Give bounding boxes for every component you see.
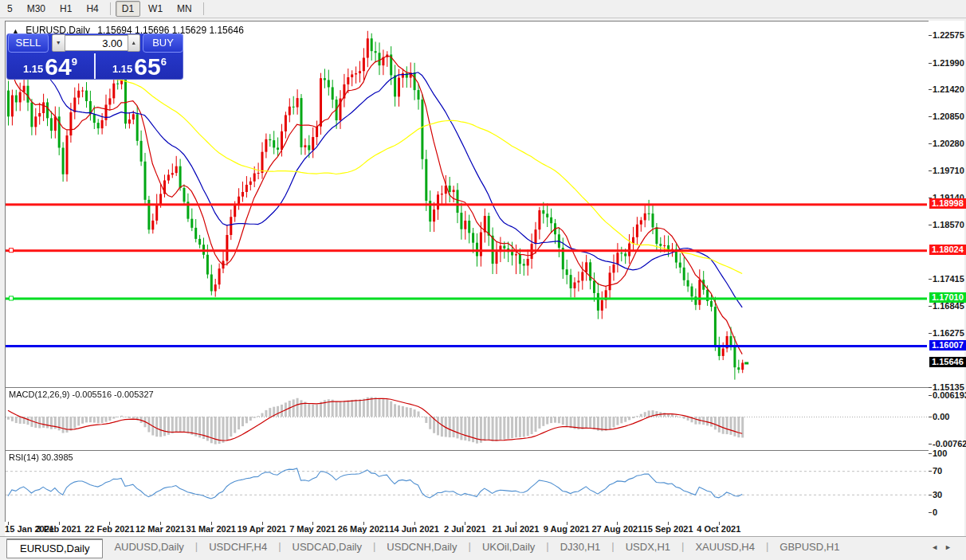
sell-button[interactable]: SELL xyxy=(8,33,49,53)
chart-tab-EURUSD[interactable]: EURUSD,Daily xyxy=(6,538,103,558)
date-axis-label: 22 Feb 2021 xyxy=(81,524,137,534)
rsi-indicator-pane: RSI(14) 30.3985 xyxy=(5,450,929,523)
tab-scroll-right-icon: ► xyxy=(944,543,958,551)
macd-axis-label: -0.007621 xyxy=(933,439,966,448)
price-axis: 1.225751.219901.214201.208501.202801.197… xyxy=(929,21,964,522)
rsi-axis-label: 0 xyxy=(933,507,937,517)
axis-tick xyxy=(929,63,932,64)
timeframe-button-W1[interactable]: W1 xyxy=(142,2,169,16)
macd-indicator-pane: MACD(12,26,9) -0.005516 -0.005327 xyxy=(5,387,929,451)
axis-tick xyxy=(929,395,932,396)
date-axis-label: 27 Aug 2021 xyxy=(589,524,645,534)
axis-tick xyxy=(929,170,932,171)
lot-size-input[interactable] xyxy=(65,35,128,51)
macd-label: MACD(12,26,9) -0.005516 -0.005327 xyxy=(9,390,154,399)
axis-tick xyxy=(929,495,932,495)
date-axis: 15 Jan 20213 Feb 202122 Feb 202112 Mar 2… xyxy=(5,522,964,536)
date-axis-label: 4 Oct 2021 xyxy=(691,524,747,534)
price-axis-label: 1.16275 xyxy=(933,328,964,338)
buy-button[interactable]: BUY xyxy=(143,33,183,53)
date-axis-label: 26 May 2021 xyxy=(336,524,391,534)
price-axis-label: 1.21990 xyxy=(933,58,964,68)
current-price-badge: 1.15646 xyxy=(929,357,966,367)
sell-price-prefix: 1.15 xyxy=(23,61,43,77)
toolbar-separator xyxy=(203,2,204,15)
price-level-badge: 1.18998 xyxy=(929,198,966,209)
lot-increase-button[interactable]: ▲ xyxy=(128,34,141,52)
tab-scroll-arrows[interactable]: ◄► xyxy=(931,543,958,551)
price-axis-label: 1.20280 xyxy=(933,139,964,148)
chart-tab-USDCNH[interactable]: USDCNH,Daily xyxy=(375,538,468,556)
axis-tick xyxy=(929,512,932,513)
axis-tick xyxy=(929,225,932,225)
one-click-trading-panel: SELL ▼ ▲ BUY 1.15 64 9 1.15 65 6 xyxy=(6,33,183,80)
buy-price-prefix: 1.15 xyxy=(112,61,132,77)
rsi-value: 30.3985 xyxy=(39,452,73,462)
date-axis-label: 31 Mar 2021 xyxy=(183,524,239,534)
chart-tab-USDX[interactable]: USDX,H1 xyxy=(615,538,681,556)
macd-axis-label: 0.00 xyxy=(933,412,949,421)
rsi-canvas[interactable] xyxy=(6,451,927,520)
sell-price-big: 64 xyxy=(45,57,71,77)
chart-tab-GBPUSD[interactable]: GBPUSD,H1 xyxy=(768,538,850,556)
timeframe-toolbar: 5M30H1H4D1W1MN xyxy=(0,0,966,18)
axis-tick xyxy=(929,143,932,144)
timeframe-button-MN[interactable]: MN xyxy=(171,2,198,16)
date-axis-label: 12 Mar 2021 xyxy=(132,524,188,534)
price-axis-label: 1.19710 xyxy=(933,166,964,175)
lot-decrease-button[interactable]: ▼ xyxy=(52,34,65,52)
timeframe-button-H4[interactable]: H4 xyxy=(80,2,104,16)
axis-tick xyxy=(929,453,932,454)
date-axis-label: 21 Jul 2021 xyxy=(488,524,544,534)
date-axis-label: 15 Sep 2021 xyxy=(640,524,696,534)
price-chart-pane: ▲ EURUSD,Daily 1.15694 1.15696 1.15629 1… xyxy=(5,21,929,388)
axis-tick xyxy=(929,387,932,388)
price-axis-label: 1.20850 xyxy=(933,112,964,121)
timeframe-button-5[interactable]: 5 xyxy=(1,2,19,16)
price-level-badge: 1.16007 xyxy=(929,340,966,350)
date-axis-label: 2 Jul 2021 xyxy=(437,524,493,534)
chart-tab-USDCAD[interactable]: USDCAD,Daily xyxy=(281,538,373,556)
timeframe-button-D1[interactable]: D1 xyxy=(116,1,140,17)
price-level-badge: 1.17010 xyxy=(929,292,966,303)
axis-tick xyxy=(929,417,932,417)
macd-values: -0.005516 -0.005327 xyxy=(69,390,153,399)
rsi-axis-label: 30 xyxy=(933,490,942,499)
chart-tab-DJ30[interactable]: DJ30,H1 xyxy=(549,538,612,556)
axis-tick xyxy=(929,471,932,472)
chart-tab-XAUUSD[interactable]: XAUUSD,H4 xyxy=(684,538,765,556)
date-axis-label: 3 Feb 2021 xyxy=(31,524,87,534)
sell-price-display[interactable]: 1.15 64 9 xyxy=(6,53,94,80)
rsi-axis-label: 100 xyxy=(933,448,947,458)
date-axis-label: 9 Aug 2021 xyxy=(539,524,595,534)
axis-tick xyxy=(929,35,932,36)
date-axis-label: 19 Apr 2021 xyxy=(234,524,290,534)
chart-tabs-bar: EURUSD,DailyAUDUSD,Daily|USDCHF,H4|USDCA… xyxy=(0,536,966,560)
chart-tab-UKOil[interactable]: UKOil,Daily xyxy=(471,538,546,556)
price-axis-label: 1.17415 xyxy=(933,274,964,284)
rsi-axis-label: 70 xyxy=(933,466,942,476)
axis-tick xyxy=(929,279,932,280)
timeframe-button-M30[interactable]: M30 xyxy=(21,2,52,16)
date-axis-label: 14 Jun 2021 xyxy=(387,524,442,534)
axis-tick xyxy=(929,333,932,334)
buy-price-display[interactable]: 1.15 65 6 xyxy=(96,53,183,80)
macd-axis-label: 0.006193 xyxy=(933,390,966,400)
sell-price-pip: 9 xyxy=(72,56,77,68)
tab-scroll-left-icon: ◄ xyxy=(931,543,944,551)
price-level-badge: 1.18024 xyxy=(929,245,966,255)
price-axis-label: 1.21420 xyxy=(933,84,964,94)
date-axis-label: 7 May 2021 xyxy=(285,524,340,534)
axis-tick xyxy=(929,306,932,307)
toolbar-separator xyxy=(110,2,111,15)
axis-tick xyxy=(929,444,932,444)
chart-tab-USDCHF[interactable]: USDCHF,H4 xyxy=(198,538,278,556)
price-axis-label: 1.22575 xyxy=(933,30,964,40)
timeframe-button-H1[interactable]: H1 xyxy=(53,2,78,16)
buy-price-pip: 6 xyxy=(161,56,167,68)
price-axis-label: 1.18570 xyxy=(933,220,964,229)
chart-tab-AUDUSD[interactable]: AUDUSD,Daily xyxy=(103,538,194,556)
axis-tick xyxy=(929,89,932,90)
axis-tick xyxy=(929,116,932,117)
rsi-label: RSI(14) 30.3985 xyxy=(9,452,73,462)
